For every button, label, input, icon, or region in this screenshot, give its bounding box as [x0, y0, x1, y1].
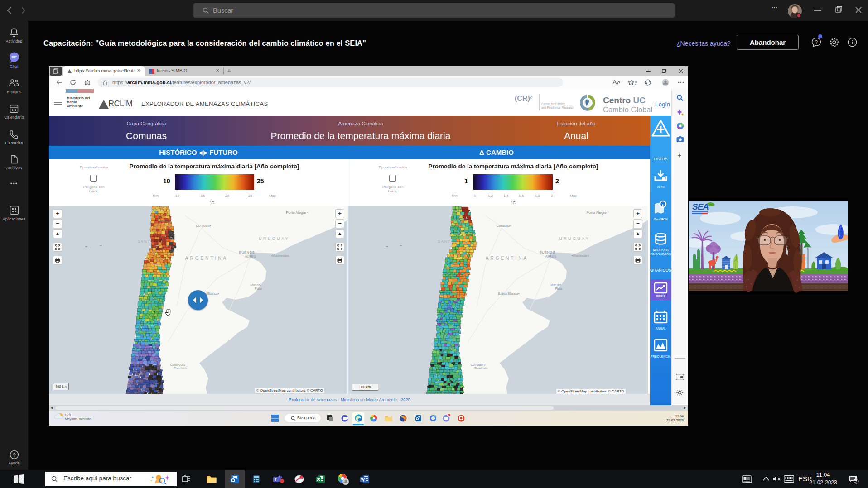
svg-text:Plata: Plata [255, 287, 262, 290]
svg-text:Bahía Blanca•: Bahía Blanca• [498, 292, 520, 296]
svg-text:AIRES: AIRES [545, 254, 556, 258]
svg-text:2: 2 [855, 479, 857, 484]
svg-text:BUENOS: BUENOS [239, 250, 255, 254]
svg-text:Porto Alegre •: Porto Alegre • [286, 211, 308, 215]
svg-text:URUGUAY: URUGUAY [559, 236, 590, 241]
svg-text:URUGUAY: URUGUAY [259, 236, 289, 241]
svg-text:Plata: Plata [555, 287, 562, 290]
svg-text:•Montevideo: •Montevideo [572, 254, 589, 257]
svg-text:SEA: SEA [692, 202, 709, 211]
svg-text:•Montevideo: •Montevideo [271, 254, 289, 257]
svg-text:ARGENTINA: ARGENTINA [185, 256, 228, 261]
svg-text:Rivadavia: Rivadavia [474, 367, 488, 370]
svg-text:AIRES: AIRES [245, 254, 256, 258]
svg-text:?: ? [815, 39, 818, 45]
svg-text:?: ? [13, 452, 16, 458]
svg-text:Córdoba•: Córdoba• [496, 224, 511, 228]
svg-text:ARGENTINA: ARGENTINA [486, 256, 528, 261]
svg-text:Comodoro: Comodoro [471, 363, 486, 366]
svg-text:Rivadavia: Rivadavia [174, 367, 188, 370]
svg-text:Mar del: Mar del [550, 283, 561, 287]
svg-text:Mar del: Mar del [250, 283, 261, 287]
svg-text:Porto Alegre •: Porto Alegre • [586, 211, 608, 215]
svg-text:Córdoba•: Córdoba• [196, 224, 211, 228]
svg-text:BUENOS: BUENOS [540, 250, 555, 254]
svg-text:Comodoro: Comodoro [170, 363, 185, 366]
